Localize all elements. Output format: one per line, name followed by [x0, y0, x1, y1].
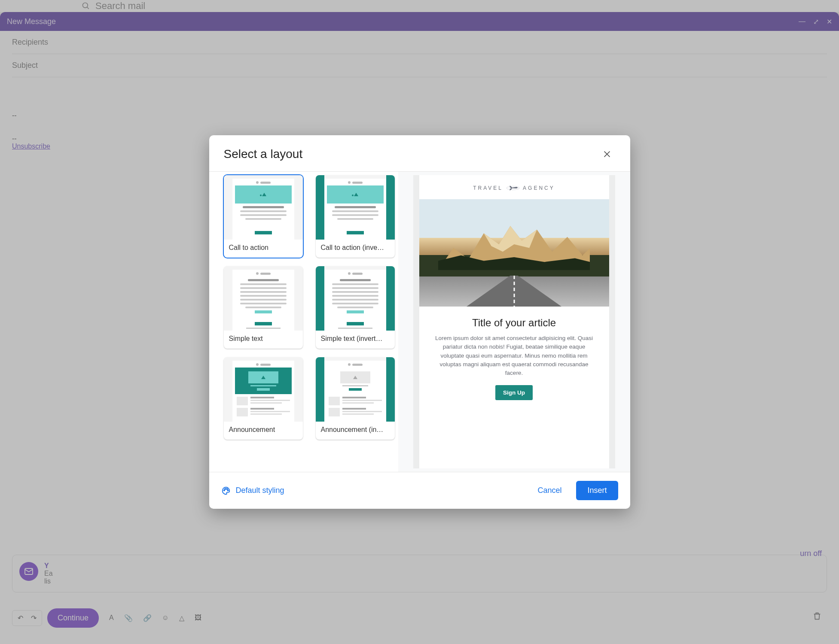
layout-card-cta-inverted[interactable]: Call to action (inve… [316, 175, 395, 258]
modal-footer: Default styling Cancel Insert [209, 472, 630, 509]
layout-card-announcement-inverted[interactable]: Announcement (in… [316, 357, 395, 440]
preview-frame: TRAVEL AGENCY [413, 175, 615, 468]
close-icon [602, 149, 612, 159]
insert-button[interactable]: Insert [576, 481, 618, 500]
styling-label: Default styling [236, 486, 284, 495]
layout-label: Simple text [224, 331, 303, 349]
layout-card-simple-text-inverted[interactable]: Simple text (invert… [316, 266, 395, 349]
svg-point-6 [223, 489, 224, 490]
modal-close-button[interactable] [598, 146, 616, 163]
palette-icon [221, 486, 231, 495]
preview-hero-image [419, 199, 609, 307]
cancel-button[interactable]: Cancel [529, 481, 570, 500]
default-styling-button[interactable]: Default styling [221, 486, 284, 495]
layouts-panel: Call to action [209, 172, 398, 472]
preview-article-title: Title of your article [419, 307, 609, 334]
preview-logo: TRAVEL AGENCY [419, 175, 609, 199]
preview-cta-button[interactable]: Sign Up [495, 385, 533, 400]
layout-card-simple-text[interactable]: Simple text [224, 266, 303, 349]
layout-card-cta[interactable]: Call to action [224, 175, 303, 258]
layout-label: Call to action [224, 240, 303, 258]
svg-point-9 [227, 489, 228, 490]
layout-label: Simple text (invert… [316, 331, 395, 349]
layout-label: Announcement [224, 422, 303, 440]
preview-panel: TRAVEL AGENCY [398, 172, 630, 472]
modal-title: Select a layout [224, 147, 303, 161]
layout-label: Call to action (inve… [316, 240, 395, 258]
svg-point-7 [224, 488, 225, 489]
layout-card-announcement[interactable]: Announcement [224, 357, 303, 440]
layout-label: Announcement (in… [316, 422, 395, 440]
layout-modal: Select a layout [209, 135, 630, 509]
modal-overlay: Select a layout [0, 0, 839, 644]
airplane-icon [506, 184, 520, 192]
svg-point-8 [226, 488, 227, 489]
preview-body-text: Lorem ipsum dolor sit amet consectetur a… [419, 334, 609, 385]
